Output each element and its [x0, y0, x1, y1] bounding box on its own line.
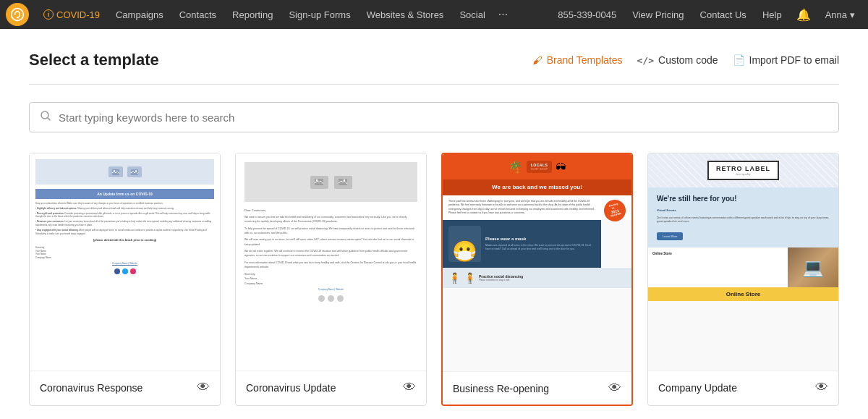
svg-point-5	[114, 170, 115, 172]
search-input[interactable]	[59, 111, 828, 124]
pdf-icon: 📄	[733, 54, 745, 66]
main-content: Select a template 🖌 Brand Templates </> …	[0, 29, 868, 419]
template-footer-3: Business Re-opening 👁	[443, 371, 631, 405]
search-container	[29, 102, 839, 132]
template-card-1[interactable]: An Update from us on COVID-19 Keep your …	[29, 153, 221, 406]
svg-line-3	[48, 118, 51, 121]
page-title: Select a template	[29, 51, 159, 69]
template-card-3[interactable]: 🌴 LOCALS SURF SHOP 🕶 We are back and we …	[441, 153, 633, 406]
chevron-down-icon: ▾	[850, 9, 855, 20]
svg-point-11	[344, 179, 345, 181]
template-footer-1: Coronavirus Response 👁	[30, 371, 220, 404]
template-preview-3: 🌴 LOCALS SURF SHOP 🕶 We are back and we …	[443, 154, 631, 371]
preview-eye-icon-4[interactable]: 👁	[815, 380, 828, 395]
template-footer-2: Coronavirus Update 👁	[236, 371, 426, 404]
svg-point-7	[135, 170, 137, 172]
nav-bell[interactable]: 🔔	[791, 0, 817, 29]
preview-eye-icon-3[interactable]: 👁	[608, 381, 621, 396]
paint-brush-icon: 🖌	[532, 54, 542, 66]
nav-item-reporting[interactable]: Reporting	[225, 0, 280, 29]
nav-item-contacts[interactable]: Contacts	[172, 0, 224, 29]
code-icon: </>	[637, 55, 654, 66]
nav-phone: 855-339-0045	[550, 9, 624, 20]
template-preview-1: An Update from us on COVID-19 Keep your …	[30, 153, 220, 371]
template-name-3: Business Re-opening	[453, 383, 549, 394]
nav-view-pricing[interactable]: View Pricing	[625, 0, 691, 29]
template-preview-2: Dear Customers, We want to assure you th…	[236, 153, 426, 371]
template-card-4[interactable]: RETRO LABEL best quality We're still her…	[647, 153, 839, 406]
svg-point-9	[316, 179, 318, 181]
divider	[29, 84, 839, 85]
nav-help[interactable]: Help	[755, 0, 789, 29]
top-nav: i COVID-19 Campaigns Contacts Reporting …	[0, 0, 868, 29]
template-grid: An Update from us on COVID-19 Keep your …	[29, 153, 839, 406]
template-footer-4: Company Update 👁	[648, 371, 838, 404]
brand-templates-button[interactable]: 🖌 Brand Templates	[532, 54, 623, 66]
nav-item-campaigns[interactable]: Campaigns	[109, 0, 171, 29]
template-name-4: Company Update	[658, 382, 737, 394]
nav-user[interactable]: Anna ▾	[818, 0, 862, 29]
page-header: Select a template 🖌 Brand Templates </> …	[29, 51, 839, 69]
import-pdf-button[interactable]: 📄 Import PDF to email	[733, 54, 839, 66]
template-name-2: Coronavirus Update	[246, 382, 336, 394]
nav-logo[interactable]	[6, 3, 29, 26]
nav-contact-us[interactable]: Contact Us	[693, 0, 754, 29]
nav-item-social[interactable]: Social	[452, 0, 492, 29]
svg-point-0	[12, 9, 24, 21]
preview-eye-icon-2[interactable]: 👁	[403, 380, 416, 395]
template-preview-4: RETRO LABEL best quality We're still her…	[648, 153, 838, 371]
info-icon: i	[43, 9, 54, 20]
template-name-1: Coronavirus Response	[40, 382, 142, 394]
template-card-2[interactable]: Dear Customers, We want to assure you th…	[235, 153, 427, 406]
custom-code-button[interactable]: </> Custom code	[637, 54, 718, 66]
search-icon	[40, 110, 51, 124]
preview-eye-icon-1[interactable]: 👁	[197, 380, 210, 395]
nav-item-websites[interactable]: Websites & Stores	[359, 0, 451, 29]
nav-item-signup[interactable]: Sign-up Forms	[281, 0, 357, 29]
header-actions: 🖌 Brand Templates </> Custom code 📄 Impo…	[532, 54, 839, 66]
nav-item-covid[interactable]: i COVID-19	[36, 0, 107, 29]
svg-point-1	[17, 17, 19, 19]
nav-item-more[interactable]: ···	[494, 0, 512, 29]
